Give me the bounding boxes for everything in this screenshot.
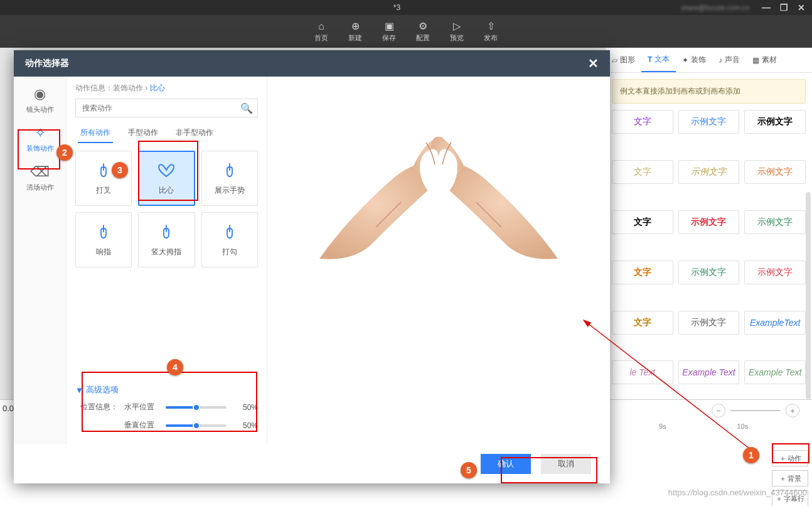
action-label: 打叉: [96, 185, 111, 196]
action-grid: 打叉比心展示手势响指竖大拇指打勾: [75, 151, 258, 267]
modal-middle-column: 动作信息：装饰动作 › 比心 🔍 所有动作 手型动作 非手型动作 打叉比心展示手…: [67, 77, 267, 444]
action-label: 比心: [159, 185, 174, 196]
action-dagou[interactable]: 打勾: [201, 212, 258, 267]
action-shumuzhi[interactable]: 竖大拇指: [138, 212, 195, 267]
modal-header: 动作选择器 ✕: [14, 50, 610, 77]
action-dacha[interactable]: 打叉: [75, 151, 132, 206]
modal-title: 动作选择器: [25, 58, 69, 69]
filter-hand[interactable]: 手型动作: [126, 124, 161, 143]
aperture-icon: ◉: [34, 86, 46, 102]
heart-hands-preview: [301, 102, 577, 265]
ok-button[interactable]: 确认: [481, 454, 531, 474]
vpos-value: 50%: [233, 421, 258, 430]
action-bixin[interactable]: 比心: [138, 151, 195, 206]
cat-camera[interactable]: ◉镜头动作: [19, 82, 61, 118]
action-label: 竖大拇指: [151, 247, 181, 257]
modal-close-button[interactable]: ✕: [588, 56, 599, 71]
search-box: 🔍: [75, 99, 258, 117]
cancel-button[interactable]: 取消: [541, 454, 591, 474]
watermark: https://blog.csdn.net/weixin_43744600: [668, 488, 807, 497]
zhanshi-icon: [218, 161, 241, 180]
marker-4: 4: [167, 359, 183, 375]
advanced-toggle[interactable]: ▼ 高级选项: [75, 384, 258, 396]
marker-5: 5: [461, 462, 477, 478]
action-zhanshi[interactable]: 展示手势: [201, 151, 258, 206]
action-selector-modal: 动作选择器 ✕ ◉镜头动作 ✧装饰动作 ⌫清场动作 动作信息：装饰动作 › 比心…: [14, 50, 610, 483]
action-label: 响指: [96, 247, 111, 257]
hpos-slider[interactable]: [166, 406, 227, 409]
bixin-icon: [155, 161, 178, 180]
action-label: 展示手势: [215, 185, 245, 196]
marker-2: 2: [56, 144, 73, 161]
marker-1: 1: [743, 447, 759, 463]
broom-icon: ⌫: [30, 164, 50, 180]
hpos-value: 50%: [233, 403, 258, 412]
action-xiangzhi[interactable]: 响指: [75, 212, 132, 267]
advanced-panel: ▼ 高级选项 位置信息： 水平位置 50% 垂直位置 50%: [75, 378, 258, 438]
cat-decor[interactable]: ✧装饰动作: [19, 121, 61, 157]
filter-nohand[interactable]: 非手型动作: [173, 124, 216, 143]
preview-area: [267, 77, 610, 444]
shumuzhi-icon: [155, 223, 178, 242]
cat-clear[interactable]: ⌫清场动作: [19, 159, 61, 196]
dagou-icon: [218, 223, 241, 242]
modal-category-sidebar: ◉镜头动作 ✧装饰动作 ⌫清场动作: [14, 77, 67, 444]
wand-icon: ✧: [35, 125, 46, 141]
xiangzhi-icon: [92, 223, 115, 242]
marker-3: 3: [112, 162, 128, 178]
search-icon[interactable]: 🔍: [240, 102, 253, 114]
vpos-slider[interactable]: [166, 424, 227, 427]
search-input[interactable]: [75, 99, 258, 117]
filter-tabs: 所有动作 手型动作 非手型动作: [75, 124, 258, 143]
action-label: 打勾: [222, 247, 237, 257]
modal-footer: 确认 取消: [14, 444, 610, 483]
filter-all[interactable]: 所有动作: [78, 124, 113, 143]
breadcrumb: 动作信息：装饰动作 › 比心: [75, 83, 258, 94]
